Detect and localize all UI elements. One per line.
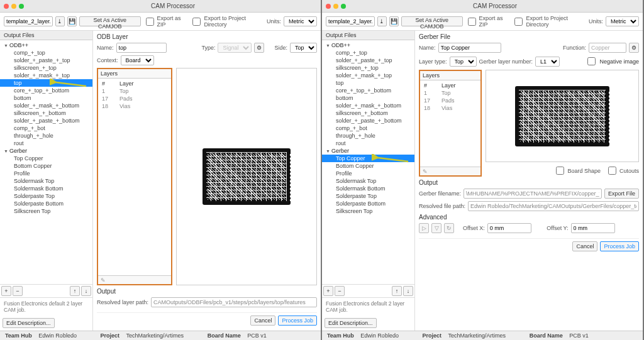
tree-item[interactable]: Solderpaste Bottom (322, 200, 414, 207)
tree-item[interactable]: Solderpaste Bottom (0, 200, 92, 207)
output-files-tree[interactable]: ODB++comp_+_topsolder_+_paste_+_topsilks… (0, 40, 92, 284)
save-icon[interactable]: 💾 (67, 16, 77, 26)
cutouts-checkbox[interactable]: Cutouts (606, 165, 639, 177)
edit-description-button[interactable]: Edit Description... (325, 318, 377, 328)
move-down-button[interactable]: ↓ (403, 286, 413, 296)
layer-row[interactable]: 18Vias (423, 104, 478, 112)
add-button[interactable]: + (323, 286, 333, 296)
export-project-checkbox[interactable]: Export to Project Directory (190, 15, 264, 28)
tree-item[interactable]: rout (0, 140, 92, 147)
tree-item[interactable]: through_+_hole (0, 132, 92, 140)
offset-y-input[interactable] (571, 223, 615, 233)
tree-item[interactable]: top (0, 79, 92, 87)
tree-item[interactable]: comp_+_bot (0, 124, 92, 132)
tree-item[interactable]: bottom (322, 94, 414, 102)
layer-row[interactable]: 1Top (101, 87, 169, 95)
tree-item[interactable]: top (322, 79, 414, 87)
negative-image-checkbox[interactable]: Negative image (585, 55, 639, 67)
layer-row[interactable]: 17Pads (101, 95, 169, 102)
layers-table[interactable]: #Layer1Top17Pads18Vias (420, 80, 480, 167)
tree-item[interactable]: solder_+_paste_+_bottom (322, 117, 414, 124)
side-select[interactable]: Top (290, 43, 317, 53)
tree-item[interactable]: Solderpaste Top (0, 192, 92, 200)
tree-item[interactable]: Soldermask Top (322, 177, 414, 185)
tree-item[interactable]: Bottom Copper (0, 162, 92, 170)
units-select[interactable]: Metric (284, 16, 317, 26)
move-up-button[interactable]: ↑ (392, 286, 402, 296)
tree-item[interactable]: solder_+_mask_+_top (0, 72, 92, 79)
gerber-filename-input[interactable] (464, 189, 602, 199)
export-file-button[interactable]: Export File (604, 189, 639, 199)
tree-item[interactable]: comp_+_bot (322, 124, 414, 132)
export-project-checkbox[interactable]: Export to Project Directory (512, 15, 586, 28)
layers-table[interactable]: #Layer1Top17Pads18Vias (98, 79, 171, 275)
gear-icon[interactable]: ⚙ (254, 43, 264, 53)
tree-item[interactable]: solder_+_paste_+_top (322, 57, 414, 64)
tree-item[interactable]: solder_+_mask_+_bottom (0, 102, 92, 109)
gear-icon[interactable]: ⚙ (629, 43, 639, 53)
layer-type-select[interactable]: Top (450, 57, 477, 67)
tree-item[interactable]: bottom (0, 94, 92, 102)
template-file-input[interactable] (4, 16, 53, 26)
zoom-icon[interactable] (19, 4, 24, 9)
process-job-button[interactable]: Process Job (278, 315, 317, 326)
tree-item[interactable]: core_+_top_+_bottom (322, 87, 414, 94)
add-button[interactable]: + (1, 286, 11, 296)
gerber-number-select[interactable]: L1 (535, 57, 560, 67)
units-select[interactable]: Metric (606, 16, 639, 26)
cancel-button[interactable]: Cancel (572, 241, 597, 251)
tree-item[interactable]: Soldermask Bottom (0, 185, 92, 192)
tree-item[interactable]: Bottom Copper (322, 162, 414, 170)
mirror-x-icon[interactable]: ▷ (419, 223, 429, 233)
pencil-icon[interactable]: ✎ (423, 168, 428, 175)
tree-item[interactable]: core_+_top_+_bottom (0, 87, 92, 94)
edit-description-button[interactable]: Edit Description... (3, 318, 55, 328)
tree-item[interactable]: solder_+_paste_+_top (0, 57, 92, 64)
tree-item[interactable]: through_+_hole (322, 132, 414, 140)
rotate-icon[interactable]: ↻ (444, 223, 454, 233)
minimize-icon[interactable] (333, 4, 338, 9)
tree-item[interactable]: solder_+_mask_+_bottom (322, 102, 414, 109)
remove-button[interactable]: − (335, 286, 345, 296)
minimize-icon[interactable] (11, 4, 16, 9)
layer-row[interactable]: 1Top (423, 89, 478, 97)
tree-item[interactable]: Gerber (322, 147, 414, 155)
tree-item[interactable]: silkscreen_+_bottom (0, 109, 92, 117)
remove-button[interactable]: − (13, 286, 23, 296)
export-zip-checkbox[interactable]: Export as ZIP (143, 15, 188, 28)
tree-item[interactable]: Profile (322, 170, 414, 177)
save-icon[interactable]: 💾 (389, 16, 399, 26)
tree-item[interactable]: Profile (0, 170, 92, 177)
tree-item[interactable]: solder_+_paste_+_bottom (0, 117, 92, 124)
close-icon[interactable] (4, 4, 9, 9)
tree-item[interactable]: solder_+_mask_+_top (322, 72, 414, 79)
process-job-button[interactable]: Process Job (600, 241, 639, 251)
tree-item[interactable]: comp_+_top (322, 49, 414, 57)
tree-item[interactable]: silkscreen_+_bottom (322, 109, 414, 117)
open-file-icon[interactable]: ⤓ (55, 16, 65, 26)
tree-item[interactable]: Solderpaste Top (322, 192, 414, 200)
set-active-camjob-button[interactable]: Set As Active CAMJOB (401, 16, 463, 26)
template-file-input[interactable] (326, 16, 375, 26)
layer-row[interactable]: 18Vias (101, 102, 169, 110)
name-input[interactable] (116, 43, 167, 53)
tree-item[interactable]: silkscreen_+_top (322, 64, 414, 72)
mirror-y-icon[interactable]: ▽ (431, 223, 441, 233)
zoom-icon[interactable] (341, 4, 346, 9)
tree-item[interactable]: Silkscreen Top (0, 207, 92, 215)
open-file-icon[interactable]: ⤓ (377, 16, 387, 26)
tree-item[interactable]: Soldermask Bottom (322, 185, 414, 192)
pencil-icon[interactable]: ✎ (101, 277, 106, 283)
tree-item[interactable]: ODB++ (322, 41, 414, 49)
output-files-tree[interactable]: ODB++comp_+_topsolder_+_paste_+_topsilks… (322, 40, 414, 284)
name-input[interactable] (438, 43, 501, 53)
type-select[interactable]: Signal (218, 43, 252, 53)
context-select[interactable]: Board (121, 55, 154, 65)
tree-item[interactable]: silkscreen_+_top (0, 64, 92, 72)
board-shape-checkbox[interactable]: Board Shape (553, 165, 601, 177)
move-up-button[interactable]: ↑ (70, 286, 80, 296)
tree-item[interactable]: Top Copper (0, 155, 92, 162)
offset-x-input[interactable] (487, 223, 531, 233)
move-down-button[interactable]: ↓ (81, 286, 91, 296)
set-active-camjob-button[interactable]: Set As Active CAMJOB (79, 16, 141, 26)
